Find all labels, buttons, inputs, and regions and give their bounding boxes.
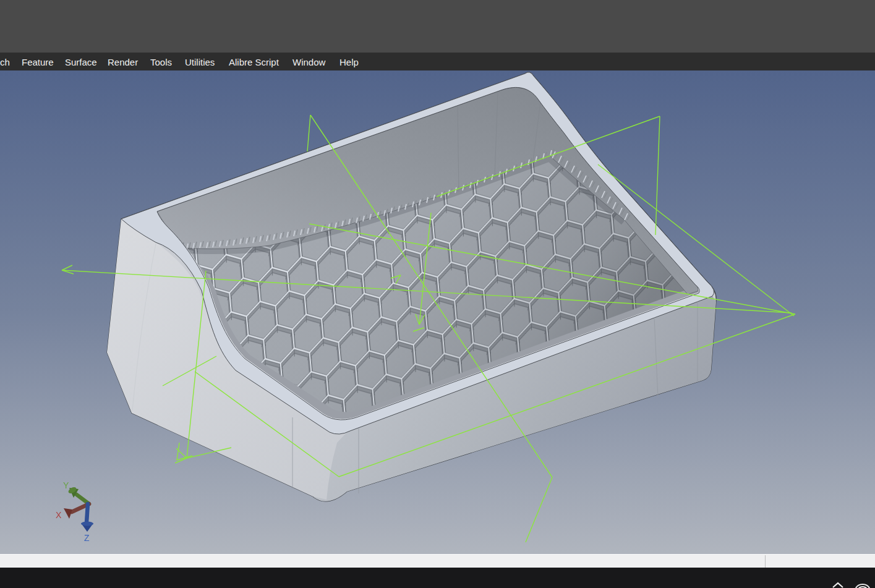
- svg-text:Z: Z: [84, 533, 90, 543]
- svg-text:Y: Y: [63, 480, 69, 490]
- svg-text:X: X: [56, 510, 62, 520]
